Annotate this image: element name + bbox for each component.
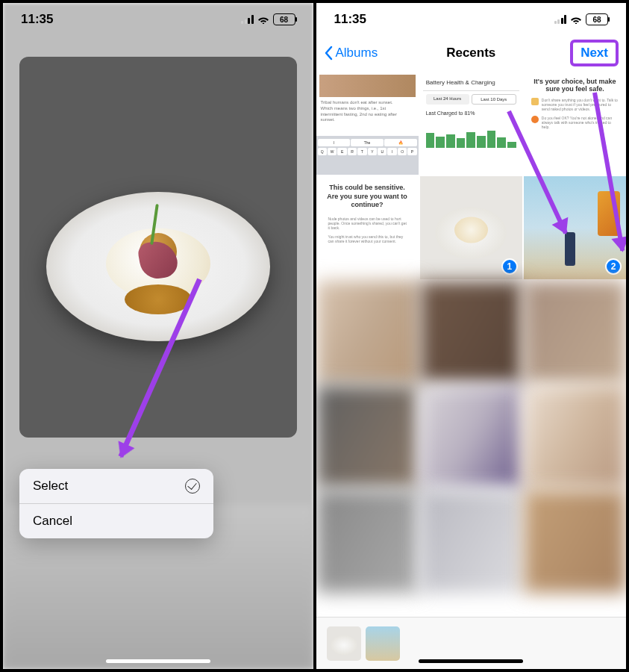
menu-select[interactable]: Select <box>19 469 213 503</box>
menu-cancel[interactable]: Cancel <box>19 503 213 538</box>
status-time: 11:35 <box>21 12 53 27</box>
grid-photo-battery-screenshot[interactable]: Battery Health & Charging Last 24 Hours … <box>420 72 522 175</box>
home-indicator[interactable] <box>106 659 210 663</box>
nav-title: Recents <box>446 46 495 60</box>
nav-bar: Albums Recents Next <box>316 36 627 70</box>
status-bar: 11:35 68 <box>3 3 313 36</box>
grid-photo-blurred[interactable] <box>420 385 522 488</box>
wifi-icon <box>257 15 269 24</box>
selected-thumb[interactable] <box>366 626 400 661</box>
next-label: Next <box>581 46 608 60</box>
checkmark-circle-icon <box>185 479 200 494</box>
grid-photo-blurred[interactable] <box>420 281 522 384</box>
photo-grid[interactable]: Tribal humans don't eat after sunset. Wh… <box>316 72 627 617</box>
grid-photo-sensitive-screenshot[interactable]: This could be sensitive. Are you sure yo… <box>316 176 419 279</box>
grid-photo-screenshot-text[interactable]: Tribal humans don't eat after sunset. Wh… <box>316 72 419 175</box>
context-menu: Select Cancel <box>19 469 213 538</box>
grid-photo-blurred[interactable] <box>524 490 626 593</box>
menu-select-label: Select <box>33 479 68 494</box>
status-icons: 68 <box>241 13 295 25</box>
grid-photo-blurred[interactable] <box>524 281 626 384</box>
selection-badge: 2 <box>605 258 622 275</box>
grid-photo-blurred[interactable] <box>524 385 626 488</box>
chevron-left-icon <box>324 46 333 60</box>
phone-screenshot-right: 11:35 68 Albums Recents Next Tribal huma… <box>315 0 630 672</box>
grid-photo-food[interactable]: 1 <box>420 176 522 279</box>
selection-badge: 1 <box>501 258 518 275</box>
battery-icon: 68 <box>586 13 608 25</box>
phone-screenshot-left: 11:35 68 Select Cancel <box>0 0 315 672</box>
status-bar: 11:35 68 <box>316 3 627 36</box>
selected-thumb[interactable] <box>327 626 361 661</box>
cellular-icon <box>554 15 567 24</box>
wifi-icon <box>570 15 582 24</box>
status-time: 11:35 <box>334 12 366 27</box>
grid-photo-safety-screenshot[interactable]: It's your choice, but make sure you feel… <box>524 72 626 175</box>
battery-icon: 68 <box>273 13 295 25</box>
grid-photo-blurred[interactable] <box>316 490 419 593</box>
next-button[interactable]: Next <box>570 40 619 66</box>
status-icons: 68 <box>554 13 609 25</box>
home-indicator[interactable] <box>419 659 523 663</box>
menu-cancel-label: Cancel <box>33 514 72 529</box>
back-button[interactable]: Albums <box>324 46 378 60</box>
back-label: Albums <box>336 46 378 60</box>
cellular-icon <box>241 15 254 24</box>
grid-photo-blurred[interactable] <box>316 385 419 488</box>
grid-photo-blurred[interactable] <box>316 281 419 384</box>
bar-chart-icon <box>423 119 519 152</box>
food-plate-image <box>46 192 270 341</box>
grid-photo-blurred[interactable] <box>420 490 522 593</box>
photo-preview[interactable] <box>19 57 297 438</box>
keyboard-icon: IThe🔥 QWERTYUIOP <box>316 136 419 175</box>
